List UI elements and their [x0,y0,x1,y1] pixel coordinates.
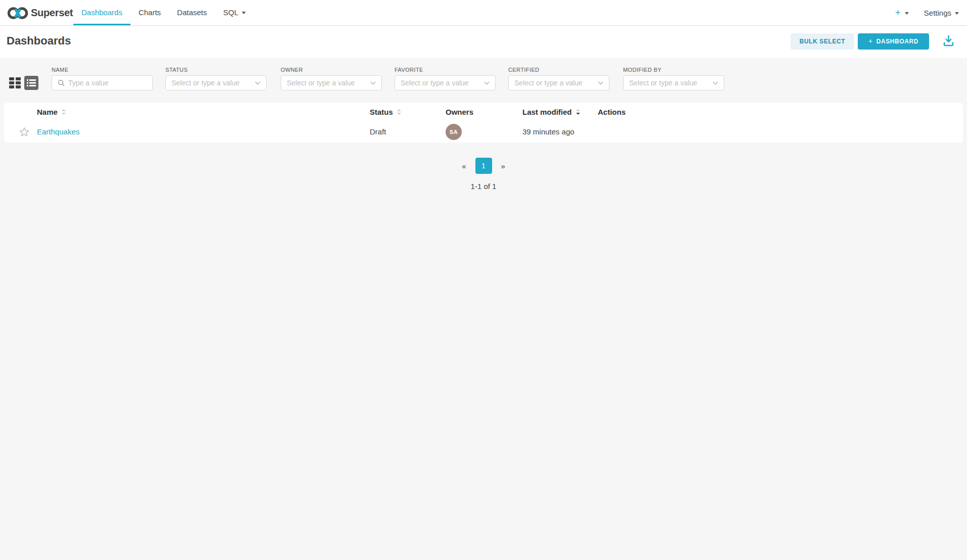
pagination-summary: 1-1 of 1 [0,182,967,191]
filter-label: STATUS [165,67,267,73]
download-icon [942,34,955,48]
chevron-down-icon [370,81,376,85]
add-dashboard-button[interactable]: + DASHBOARD [858,33,929,50]
page-1-button[interactable]: 1 [475,158,492,174]
main-nav: Dashboards Charts Datasets SQL [73,0,254,25]
next-page-button[interactable]: » [501,162,505,170]
name-filter-input[interactable] [68,79,147,87]
last-modified-cell: 39 minutes ago [522,121,575,143]
nav-tab-charts[interactable]: Charts [130,0,169,25]
chevron-down-icon [598,81,603,85]
favorite-star-button[interactable] [19,127,29,139]
filter-label: OWNER [281,67,382,73]
owner-avatar: SA [446,124,462,140]
plus-icon: + [868,37,873,45]
card-view-button[interactable] [9,77,21,89]
column-header-name[interactable]: Name [37,103,66,121]
filter-favorite: FAVORITE Select or type a value [394,67,496,90]
search-icon [58,79,65,86]
grid-icon [9,77,14,80]
filter-label: MODIFIED BY [623,67,724,73]
settings-menu-button[interactable]: Settings [924,9,959,17]
filter-label: FAVORITE [394,67,496,73]
nav-tab-sql[interactable]: SQL [215,0,254,25]
column-header-actions: Actions [598,103,626,121]
list-icon [27,79,36,87]
name-filter-box[interactable] [52,75,153,90]
certified-filter-select[interactable]: Select or type a value [508,75,609,90]
caret-down-icon [905,12,909,15]
column-header-status[interactable]: Status [370,103,401,121]
sort-carets-icon [397,109,401,115]
prev-page-button[interactable]: « [462,162,466,170]
column-header-owners: Owners [446,103,473,121]
status-cell: Draft [370,121,386,143]
superset-logo-icon [8,6,29,22]
bulk-select-button[interactable]: BULK SELECT [790,33,854,50]
modified-by-filter-select[interactable]: Select or type a value [623,75,724,90]
nav-tab-dashboards[interactable]: Dashboards [73,0,130,25]
filter-status: STATUS Select or type a value [165,67,267,90]
caret-down-icon [955,12,959,15]
pagination: « 1 » [0,157,967,174]
page-title: Dashboards [7,34,71,48]
brand-name: Superset [31,0,73,25]
status-filter-select[interactable]: Select or type a value [165,75,267,90]
filter-label: CERTIFIED [508,67,609,73]
chevron-down-icon [484,81,490,85]
navbar-right: + Settings [895,0,959,25]
filter-modified-by: MODIFIED BY Select or type a value [623,67,724,90]
owner-filter-select[interactable]: Select or type a value [281,75,382,90]
table-header-row: Name Status Owners Last modified Actions [4,103,963,121]
sort-carets-icon [62,109,66,115]
dashboards-table: Name Status Owners Last modified Actions… [4,103,963,143]
column-header-last-modified[interactable]: Last modified [522,103,580,121]
table-row: Earthquakes Draft SA 39 minutes ago [4,121,963,143]
filter-name: NAME [52,67,153,90]
chevron-down-icon [255,81,260,85]
filter-certified: CERTIFIED Select or type a value [508,67,609,90]
caret-down-icon [242,12,246,14]
dashboard-link[interactable]: Earthquakes [37,127,79,136]
add-menu-button[interactable]: + [895,7,909,18]
list-view-button[interactable] [24,76,38,90]
favorite-filter-select[interactable]: Select or type a value [394,75,496,90]
top-navbar: Superset Dashboards Charts Datasets SQL … [0,0,967,26]
nav-tab-datasets[interactable]: Datasets [169,0,215,25]
import-dashboard-button[interactable] [940,33,956,50]
filter-owner: OWNER Select or type a value [281,67,382,90]
filter-label: NAME [52,67,153,73]
chevron-down-icon [713,81,718,85]
sort-carets-icon [576,109,580,115]
star-outline-icon [19,127,29,137]
